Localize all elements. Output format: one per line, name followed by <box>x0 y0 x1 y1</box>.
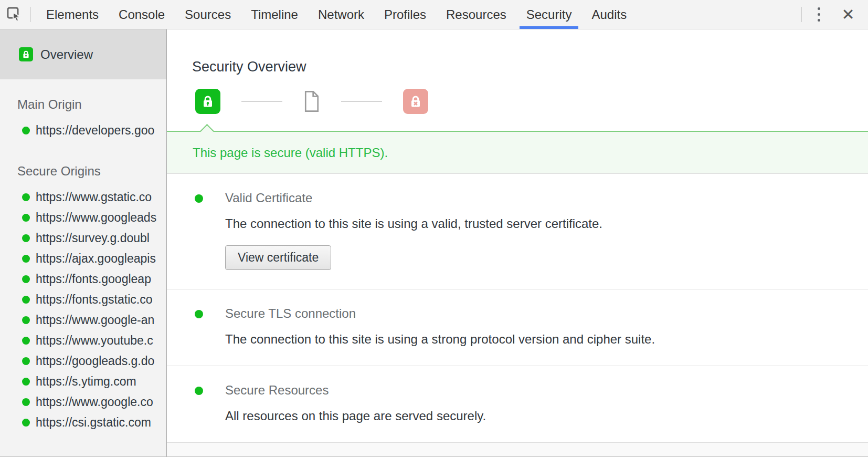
origin-url: https://csi.gstatic.com <box>36 416 151 430</box>
origin-item[interactable]: https://fonts.gstatic.co <box>0 289 166 310</box>
section-heading: Valid Certificate <box>225 191 602 205</box>
tab-label: Audits <box>591 7 627 22</box>
origin-item[interactable]: https://www.youtube.c <box>0 330 166 351</box>
tab-label: Security <box>526 7 572 22</box>
origin-url: https://www.youtube.c <box>36 334 153 348</box>
origin-item[interactable]: https://ajax.googleapis <box>0 248 166 269</box>
origin-url: https://survey.g.doubl <box>36 231 150 245</box>
security-overview-panel: Security Overview <box>167 29 868 456</box>
security-summary-text: This page is secure (valid HTTPS). <box>193 146 388 160</box>
section-heading: Secure Resources <box>225 383 486 398</box>
connector-line <box>341 101 382 102</box>
panel-body: Overview Main Origin https://developers.… <box>0 29 868 456</box>
section-heading: Secure TLS connection <box>225 306 655 321</box>
secure-origins-header: Secure Origins <box>0 164 166 179</box>
tab-label: Resources <box>446 7 506 22</box>
origin-url: https://www.google.co <box>36 395 153 409</box>
security-state-icons <box>167 75 868 116</box>
close-icon: ✕ <box>841 5 854 24</box>
toolbar-divider <box>30 7 31 22</box>
origin-url: https://www.gstatic.co <box>36 190 152 204</box>
tab-label: Sources <box>185 7 231 22</box>
secure-origin-list: https://www.gstatic.co https://www.googl… <box>0 187 166 433</box>
tab-label: Console <box>119 7 165 22</box>
secure-status-dot <box>22 296 30 304</box>
origin-url: https://s.ytimg.com <box>36 375 136 389</box>
tab-security[interactable]: Security <box>516 0 582 29</box>
section-secure-tls: Secure TLS connection The connection to … <box>167 289 868 366</box>
secure-status-dot <box>22 398 30 406</box>
secure-lock-icon <box>19 47 33 61</box>
panel-tabs: Elements Console Sources Timeline Networ… <box>36 0 637 29</box>
secure-status-dot <box>22 275 30 283</box>
origin-url: https://www.google-an <box>36 313 154 327</box>
origin-url: https://fonts.googleap <box>36 272 151 286</box>
tab-resources[interactable]: Resources <box>436 0 516 29</box>
origin-url: https://ajax.googleapis <box>36 252 156 266</box>
toolbar-divider-right <box>801 7 802 22</box>
origin-item[interactable]: https://www.googleads <box>0 207 166 228</box>
origin-item[interactable]: https://www.gstatic.co <box>0 187 166 207</box>
devtools-window: Elements Console Sources Timeline Networ… <box>0 0 868 457</box>
secure-status-dot <box>195 310 203 318</box>
tab-elements[interactable]: Elements <box>36 0 109 29</box>
tab-label: Timeline <box>251 7 298 22</box>
neutral-page-icon <box>303 90 320 112</box>
origin-url: https://www.googleads <box>36 211 156 225</box>
secure-status-dot <box>195 194 203 203</box>
tab-label: Elements <box>46 7 99 22</box>
tab-sources[interactable]: Sources <box>175 0 241 29</box>
tab-timeline[interactable]: Timeline <box>241 0 308 29</box>
toolbar-spacer <box>637 0 798 29</box>
page-title: Security Overview <box>167 29 868 75</box>
secure-status-dot <box>22 337 30 345</box>
secure-status-dot <box>22 316 30 324</box>
section-description: All resources on this page are served se… <box>225 409 486 423</box>
inspect-element-button[interactable] <box>0 0 27 29</box>
origin-item[interactable]: https://googleads.g.do <box>0 351 166 371</box>
secure-status-dot <box>22 193 30 201</box>
origin-item[interactable]: https://s.ytimg.com <box>0 371 166 392</box>
panel-footer-area <box>167 442 868 456</box>
secure-status-dot <box>22 234 30 242</box>
secure-status-dot <box>22 419 30 427</box>
sidebar-item-overview[interactable]: Overview <box>0 29 166 79</box>
origin-item[interactable]: https://www.google-an <box>0 310 166 330</box>
tab-console[interactable]: Console <box>109 0 175 29</box>
security-summary-banner: This page is secure (valid HTTPS). <box>167 131 868 174</box>
origin-item[interactable]: https://csi.gstatic.com <box>0 412 166 433</box>
tab-profiles[interactable]: Profiles <box>374 0 436 29</box>
insecure-lock-icon-large <box>403 89 428 114</box>
origin-item[interactable]: https://www.google.co <box>0 392 166 412</box>
secure-status-dot <box>22 255 30 263</box>
section-description: The connection to this site is using a v… <box>225 216 602 231</box>
section-description: The connection to this site is using a s… <box>225 332 655 347</box>
security-sidebar: Overview Main Origin https://developers.… <box>0 29 167 456</box>
secure-status-dot <box>22 127 30 134</box>
secure-status-dot <box>22 378 30 386</box>
origin-item[interactable]: https://survey.g.doubl <box>0 228 166 248</box>
main-origin-list: https://developers.goo <box>0 120 166 141</box>
secure-status-dot <box>195 387 203 395</box>
more-options-button[interactable] <box>805 0 832 29</box>
tab-label: Profiles <box>384 7 426 22</box>
overview-label: Overview <box>40 47 93 62</box>
tab-audits[interactable]: Audits <box>581 0 637 29</box>
secure-status-dot <box>22 357 30 365</box>
origin-url: https://fonts.gstatic.co <box>36 293 152 307</box>
origin-item[interactable]: https://fonts.googleap <box>0 269 166 289</box>
origin-url: https://googleads.g.do <box>36 354 154 368</box>
close-devtools-button[interactable]: ✕ <box>832 0 864 29</box>
banner-caret <box>200 124 214 138</box>
section-valid-certificate: Valid Certificate The connection to this… <box>167 174 868 289</box>
inspect-cursor-icon <box>5 5 22 24</box>
connector-line <box>241 101 282 102</box>
main-origin-header: Main Origin <box>0 97 166 112</box>
kebab-icon <box>818 7 820 10</box>
section-secure-resources: Secure Resources All resources on this p… <box>167 366 868 442</box>
view-certificate-button[interactable]: View certificate <box>225 245 331 270</box>
devtools-toolbar: Elements Console Sources Timeline Networ… <box>0 0 868 29</box>
origin-item[interactable]: https://developers.goo <box>0 120 166 141</box>
tab-network[interactable]: Network <box>308 0 374 29</box>
tab-label: Network <box>318 7 364 22</box>
